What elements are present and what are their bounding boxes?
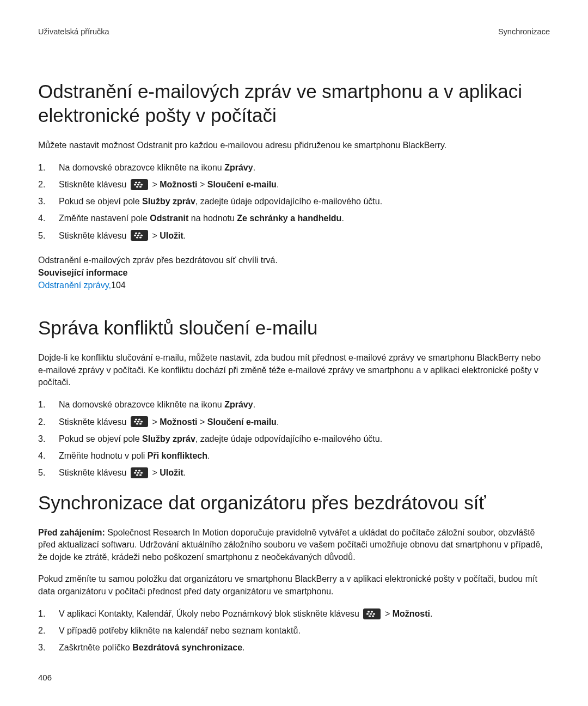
blackberry-key-icon — [363, 608, 381, 619]
step-number: 1. — [38, 398, 59, 411]
step-number: 2. — [38, 624, 59, 637]
svg-point-23 — [139, 423, 142, 425]
svg-point-33 — [367, 611, 370, 612]
svg-point-18 — [138, 419, 140, 421]
step-text: Na domovské obrazovce klikněte na ikonu … — [59, 398, 550, 411]
page-number: 406 — [38, 673, 550, 682]
svg-point-4 — [137, 184, 139, 185]
svg-point-25 — [135, 470, 137, 471]
step-number: 2. — [38, 178, 59, 191]
svg-point-7 — [139, 186, 142, 187]
svg-point-30 — [136, 474, 138, 476]
section3-steps: 1.V aplikaci Kontakty, Kalendář, Úkoly n… — [38, 607, 550, 654]
step-number: 4. — [38, 449, 59, 462]
bold-term: Při konfliktech — [148, 451, 207, 460]
svg-point-17 — [135, 419, 137, 421]
section1-intro: Můžete nastavit možnost Odstranit pro ka… — [38, 139, 550, 151]
step-text: Změňte nastavení pole Odstranit na hodno… — [59, 212, 550, 224]
list-item: 2.Stiskněte klávesu > Možnosti > Sloučen… — [38, 178, 550, 191]
svg-point-14 — [136, 237, 138, 239]
section2-title: Správa konfliktů sloučení e-mailu — [38, 316, 550, 340]
header-left: Uživatelská příručka — [38, 27, 109, 36]
svg-point-10 — [138, 233, 140, 234]
step-text: Na domovské obrazovce klikněte na ikonu … — [59, 161, 550, 174]
related-link-page: 104 — [111, 281, 126, 290]
svg-point-3 — [134, 184, 136, 185]
svg-point-22 — [136, 423, 138, 425]
section3-p1-text: Společnost Research In Motion doporučuje… — [38, 528, 543, 562]
section1-title: Odstranění e-mailových zpráv ve smartpho… — [38, 80, 550, 127]
svg-point-2 — [138, 181, 140, 183]
list-item: 2.Stiskněte klávesu > Možnosti > Sloučen… — [38, 416, 550, 428]
section3-title: Synchronizace dat organizátoru přes bezd… — [38, 491, 550, 515]
bold-term: Odstranit — [150, 214, 188, 223]
header-right: Synchronizace — [498, 27, 550, 36]
step-text: Stiskněte klávesu > Možnosti > Sloučení … — [59, 416, 550, 428]
svg-point-29 — [140, 472, 143, 473]
step-text: Změňte hodnotu v poli Při konfliktech. — [59, 449, 550, 462]
section1-related: Odstranění e-mailových zpráv přes bezdrá… — [38, 254, 550, 292]
step-number: 4. — [38, 212, 59, 224]
step-number: 5. — [38, 466, 59, 479]
blackberry-key-icon — [131, 467, 148, 478]
bold-term: Služby zpráv — [142, 197, 195, 206]
bold-term: Bezdrátová synchronizace — [132, 643, 242, 652]
related-link[interactable]: Odstranění zprávy, — [38, 281, 111, 290]
list-item: 3.Pokud se objeví pole Služby zpráv, zad… — [38, 433, 550, 445]
svg-point-9 — [135, 233, 137, 234]
bold-term: Uložit — [160, 468, 183, 477]
section2-steps: 1.Na domovské obrazovce klikněte na ikon… — [38, 398, 550, 479]
list-item: 2.V případě potřeby klikněte na kalendář… — [38, 624, 550, 637]
svg-point-37 — [373, 613, 375, 614]
svg-point-27 — [134, 472, 136, 473]
list-item: 5.Stiskněte klávesu > Uložit. — [38, 229, 550, 242]
list-item: 4.Změňte nastavení pole Odstranit na hod… — [38, 212, 550, 224]
step-number: 5. — [38, 229, 59, 242]
svg-point-31 — [139, 474, 142, 476]
svg-point-39 — [372, 615, 374, 617]
step-number: 1. — [38, 607, 59, 620]
svg-point-12 — [137, 235, 139, 236]
svg-point-6 — [136, 186, 138, 187]
svg-point-20 — [137, 421, 139, 423]
list-item: 3.Zaškrtněte políčko Bezdrátová synchron… — [38, 641, 550, 654]
step-number: 1. — [38, 161, 59, 174]
step-number: 3. — [38, 641, 59, 654]
bold-term: Zprávy — [224, 163, 253, 172]
section3-p2: Pokud změníte tu samou položku dat organ… — [38, 573, 550, 598]
svg-point-5 — [140, 184, 143, 185]
step-text: Stiskněte klávesu > Uložit. — [59, 466, 550, 479]
step-text: Zaškrtněte políčko Bezdrátová synchroniz… — [59, 641, 550, 654]
list-item: 1.Na domovské obrazovce klikněte na ikon… — [38, 398, 550, 411]
svg-point-11 — [134, 235, 136, 236]
bold-term: Ze schránky a handheldu — [237, 214, 341, 223]
step-number: 3. — [38, 433, 59, 445]
svg-point-38 — [369, 615, 371, 617]
blackberry-key-icon — [131, 416, 148, 427]
svg-point-21 — [140, 421, 143, 423]
section1-steps: 1.Na domovské obrazovce klikněte na ikon… — [38, 161, 550, 242]
step-text: Stiskněte klávesu > Možnosti > Sloučení … — [59, 178, 550, 191]
step-text: Stiskněte klávesu > Uložit. — [59, 229, 550, 242]
list-item: 1.Na domovské obrazovce klikněte na ikon… — [38, 161, 550, 174]
bold-term: Sloučení e-mailu — [207, 417, 277, 427]
list-item: 3.Pokud se objeví pole Služby zpráv, zad… — [38, 195, 550, 208]
svg-point-28 — [137, 472, 139, 473]
step-number: 2. — [38, 416, 59, 428]
svg-point-26 — [138, 470, 140, 471]
bold-term: Možnosti — [160, 180, 197, 189]
svg-point-36 — [370, 613, 372, 614]
svg-point-1 — [135, 181, 137, 183]
svg-point-34 — [371, 611, 373, 612]
section2-intro: Dojde-li ke konfliktu slučování e-mailu,… — [38, 352, 550, 388]
page-header: Uživatelská příručka Synchronizace — [38, 27, 550, 36]
bold-term: Zprávy — [224, 400, 253, 409]
bold-term: Uložit — [160, 231, 183, 240]
list-item: 4.Změňte hodnotu v poli Při konfliktech. — [38, 449, 550, 462]
svg-point-35 — [366, 613, 369, 614]
svg-point-19 — [134, 421, 136, 423]
step-number: 3. — [38, 195, 59, 208]
svg-point-15 — [139, 237, 142, 239]
bold-term: Sloučení e-mailu — [207, 180, 277, 189]
list-item: 1.V aplikaci Kontakty, Kalendář, Úkoly n… — [38, 607, 550, 620]
